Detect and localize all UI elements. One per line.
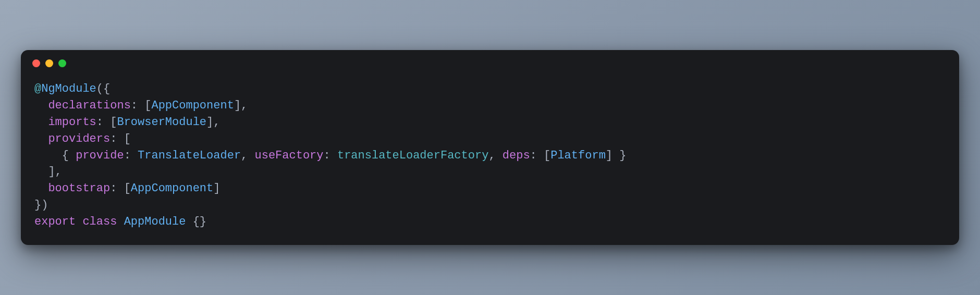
code-token: translateLoaderFactory [337, 149, 488, 162]
code-token: ], [234, 99, 248, 112]
code-token: deps [503, 149, 530, 162]
code-token: NgModule [41, 82, 96, 95]
code-token: ] [213, 182, 220, 195]
code-token: : [ [530, 149, 551, 162]
window-close-icon[interactable] [32, 59, 40, 67]
code-token [76, 215, 82, 228]
code-token: provide [76, 149, 124, 162]
window-zoom-icon[interactable] [58, 59, 66, 67]
code-token: ({ [96, 82, 110, 95]
code-token: declarations [48, 99, 130, 112]
code-token: class [82, 215, 117, 228]
code-token: { [62, 149, 76, 162]
code-token: @ [34, 82, 41, 95]
code-block[interactable]: @NgModule({ declarations: [AppComponent]… [21, 71, 959, 230]
code-token: : [ [110, 182, 131, 195]
code-token: {} [193, 215, 206, 228]
code-token: : [ [96, 116, 117, 129]
code-token: }) [34, 199, 48, 212]
code-token [117, 215, 124, 228]
code-token: , [488, 149, 502, 162]
code-token: BrowserModule [117, 116, 206, 129]
code-token: providers [48, 132, 110, 145]
code-token: AppModule [124, 215, 186, 228]
code-token: : [ [110, 132, 131, 145]
code-window: @NgModule({ declarations: [AppComponent]… [21, 50, 959, 245]
code-token: ], [206, 116, 220, 129]
code-token: TranslateLoader [138, 149, 241, 162]
code-token: , [241, 149, 254, 162]
code-token: : [324, 149, 337, 162]
window-minimize-icon[interactable] [45, 59, 53, 67]
code-token: : [ [131, 99, 152, 112]
code-token: AppComponent [131, 182, 213, 195]
code-token [186, 215, 192, 228]
code-token: ], [48, 165, 62, 178]
code-token: export [34, 215, 76, 228]
code-token: AppComponent [151, 99, 234, 112]
window-titlebar [21, 50, 959, 71]
code-token: useFactory [255, 149, 324, 162]
code-token: Platform [550, 149, 606, 162]
code-token: bootstrap [48, 182, 110, 195]
code-token: imports [48, 116, 96, 129]
code-token: : [124, 149, 138, 162]
code-token: ] } [606, 149, 627, 162]
